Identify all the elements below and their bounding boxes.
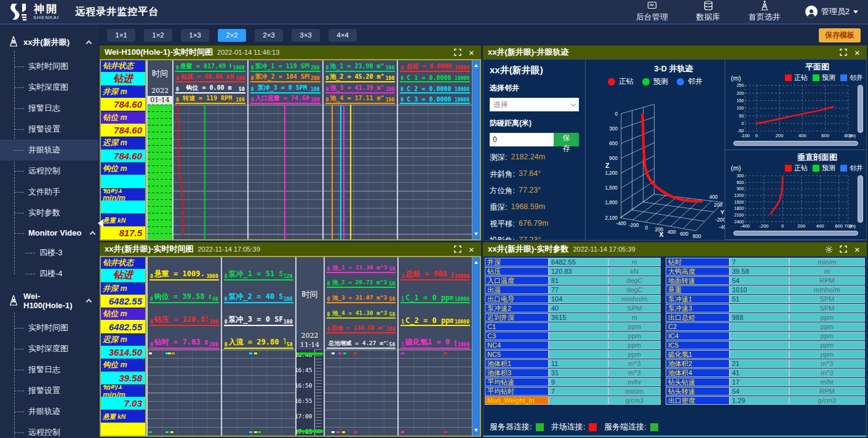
time-tick: 16:50 bbox=[297, 382, 313, 389]
collision-distance-input[interactable] bbox=[490, 133, 554, 146]
param-value: 9 bbox=[549, 378, 608, 386]
panel-realtime-tl: Wei-H100(Hole-1)-实时时间图 2022-01-14 11:46:… bbox=[100, 46, 481, 241]
curve-name-value: C_1 = 0 ppm bbox=[405, 293, 453, 302]
sidebar-item[interactable]: Monitor Video bbox=[0, 223, 98, 242]
field-value: 77.23° bbox=[519, 236, 541, 241]
save-template-button[interactable]: 保存模板 bbox=[819, 28, 861, 42]
scrollbar-horizontal[interactable] bbox=[733, 141, 858, 146]
close-icon[interactable]: × bbox=[853, 245, 862, 254]
legend-item-邻井: 邻井 bbox=[840, 164, 863, 173]
chart3d-canvas[interactable]: 03006009001,2001,5001,8002,100-400-20002… bbox=[586, 87, 725, 240]
svg-text:600: 600 bbox=[835, 223, 843, 228]
expand-icon[interactable] bbox=[838, 245, 848, 254]
svg-text:1,500: 1,500 bbox=[605, 185, 618, 191]
scrollbar-vertical[interactable] bbox=[858, 175, 863, 223]
topbar-menu-3[interactable]: 首页选井 bbox=[749, 1, 781, 23]
scrollbar-vertical[interactable] bbox=[858, 85, 863, 133]
svg-text:400: 400 bbox=[667, 229, 676, 235]
sidebar-collapse-handle[interactable] bbox=[94, 219, 103, 228]
sidebar-group-header[interactable]: Wei-H100(Hole-1) bbox=[0, 284, 98, 317]
curve-label: 0池_2 = 45.20 m^3100 bbox=[325, 72, 396, 83]
table-gap bbox=[661, 258, 666, 266]
curve-min: 0 bbox=[327, 297, 330, 302]
scrollbar-vertical[interactable] bbox=[472, 257, 480, 436]
sidebar-item[interactable]: 井眼轨迹 bbox=[0, 140, 98, 161]
svg-text:-100: -100 bbox=[741, 133, 750, 138]
sidebar-item[interactable]: 四楼-3 bbox=[0, 242, 98, 263]
sidebar-item[interactable]: 实时参数 bbox=[0, 202, 98, 223]
curve-label: 0钩位 = 39.58 m40 bbox=[149, 281, 219, 303]
close-icon[interactable]: × bbox=[853, 48, 862, 57]
sidebar-item[interactable]: 实时时间图 bbox=[0, 317, 98, 338]
close-icon[interactable]: × bbox=[467, 245, 476, 254]
scrollbar-vertical[interactable] bbox=[472, 60, 480, 239]
sidebar-item-label: 报警日志 bbox=[28, 103, 60, 113]
track-labels: 0悬重 = 1009.7 kN30000钩位 = 39.58 m400钻压 = … bbox=[148, 257, 221, 349]
sidebar-item[interactable]: 实时深度图 bbox=[0, 338, 98, 359]
layout-button-2×2[interactable]: 2×2 bbox=[218, 29, 246, 42]
expand-icon[interactable] bbox=[453, 245, 462, 254]
svg-text:1500: 1500 bbox=[735, 199, 744, 204]
layout-button-1×3[interactable]: 1×3 bbox=[181, 29, 209, 42]
sidebar-item[interactable]: 实时时间图 bbox=[0, 56, 98, 77]
param-name: 泵冲速2 bbox=[485, 304, 549, 313]
neighbor-select[interactable]: 选择 bbox=[490, 98, 579, 111]
param-name: 池体积3 bbox=[485, 368, 549, 377]
plan-canvas[interactable]: 250200150100500-50-1000200400600800(m) bbox=[728, 82, 856, 139]
layout-button-3×3[interactable]: 3×3 bbox=[292, 29, 320, 42]
sidebar-item[interactable]: 报警日志 bbox=[0, 359, 98, 380]
curve-min: 1 bbox=[401, 342, 404, 348]
sidebar-item[interactable]: 报警设置 bbox=[0, 380, 98, 401]
close-icon[interactable]: × bbox=[467, 48, 476, 57]
expand-icon[interactable] bbox=[838, 48, 848, 57]
sidebar-item[interactable]: 报警设置 bbox=[0, 119, 98, 140]
data-point bbox=[444, 352, 447, 354]
gauge-label-text: 钩位 m bbox=[103, 361, 143, 369]
curve-min: 0 bbox=[400, 65, 404, 71]
time-date: 01-14 bbox=[148, 96, 172, 105]
legend-item-预测: 预测 bbox=[642, 76, 668, 87]
legend-label: 预测 bbox=[822, 164, 835, 173]
layout-button-4×4[interactable]: 4×4 bbox=[328, 29, 357, 42]
curve-name-value: 泵冲_2 = 104 SPM bbox=[255, 73, 309, 81]
layout-button-1×1[interactable]: 1×1 bbox=[107, 29, 135, 42]
topbar-menu-2[interactable]: 数据库 bbox=[696, 1, 720, 23]
sidebar-item-label: 四楼-3 bbox=[39, 248, 63, 257]
param-name: 钻头转速 bbox=[666, 387, 730, 396]
layout-button-1×2[interactable]: 1×2 bbox=[144, 29, 172, 42]
curve-name-value: 池_3 = 41.39 m^3 bbox=[330, 84, 384, 92]
curve-label: 0泵冲_3 = 0 SPM100 bbox=[250, 82, 321, 94]
param-name: 迟到井深 bbox=[485, 313, 549, 322]
param-unit: ppm bbox=[608, 350, 661, 359]
svg-text:250: 250 bbox=[736, 83, 744, 87]
sidebar-item[interactable]: 实时深度图 bbox=[0, 77, 98, 98]
scrollbar-horizontal[interactable] bbox=[733, 231, 858, 236]
param-name: 平均钻速 bbox=[485, 378, 549, 386]
user-menu[interactable]: 管理员2 bbox=[805, 6, 858, 18]
sidebar-item-label: 实时深度图 bbox=[28, 344, 68, 353]
caret-down-icon bbox=[853, 10, 858, 16]
curve-max: 300 bbox=[386, 327, 395, 332]
gauge-label-text: 井深 m bbox=[103, 285, 143, 293]
panel-tr-actions: × bbox=[838, 48, 862, 57]
sidebar-group-header[interactable]: xx井(新井眼) bbox=[0, 28, 98, 56]
gauge-label: 钻时1min/m bbox=[101, 189, 145, 201]
sidebar-item[interactable]: 远程控制 bbox=[0, 422, 98, 438]
topbar-menu-1[interactable]: 后台管理 bbox=[636, 1, 668, 23]
sidebar-item[interactable]: 远程控制 bbox=[0, 161, 98, 181]
expand-icon[interactable] bbox=[453, 48, 462, 57]
save-button[interactable]: 保存 bbox=[554, 133, 579, 146]
sidebar-item[interactable]: 四楼-4 bbox=[0, 263, 98, 284]
sidebar-item[interactable]: 文件助手 bbox=[0, 181, 98, 202]
sidebar-item[interactable]: 井眼轨迹 bbox=[0, 401, 98, 422]
data-point bbox=[249, 352, 252, 354]
curve-label: 0钻时 = 7.03 min/m200 bbox=[149, 326, 219, 349]
section-canvas[interactable]: 30060090012001500180021002400-400-200020… bbox=[728, 173, 856, 229]
layout-button-2×3[interactable]: 2×3 bbox=[255, 29, 283, 42]
table-gap bbox=[661, 387, 666, 396]
panel-br-header: xx井(新井眼)-实时参数 2022-11-14 17:05:39 × bbox=[483, 242, 867, 256]
sidebar-item[interactable]: 报警日志 bbox=[0, 98, 98, 119]
gear-icon[interactable] bbox=[824, 245, 834, 254]
table-gap bbox=[661, 350, 666, 359]
curve-name-value: 池_2 = 20.73 m^3 bbox=[331, 279, 388, 287]
